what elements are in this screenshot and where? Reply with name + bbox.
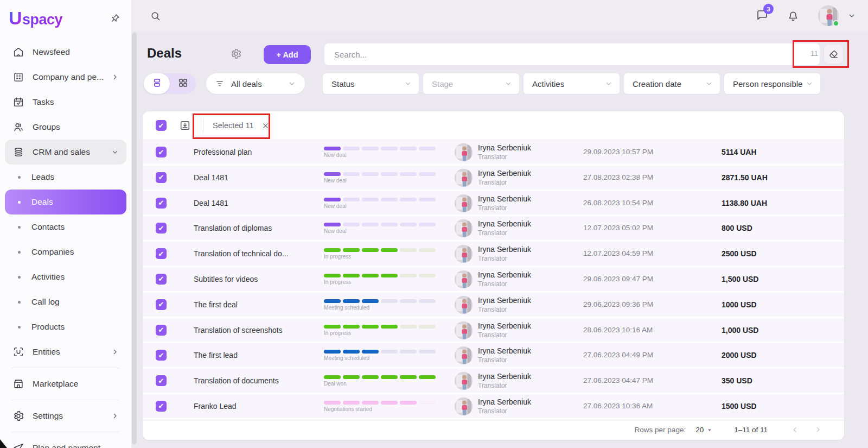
deals-settings-gear-icon[interactable] [230,48,242,62]
deal-amount: 1138.80 UAH [722,199,767,207]
filter-dropdown-activities[interactable]: Activities [524,73,620,94]
deal-name[interactable]: The first deal [194,300,238,309]
deal-name[interactable]: Professional plan [194,148,252,156]
list-view-button[interactable] [144,73,170,94]
next-page-chevron-icon[interactable] [814,425,822,434]
caret-down-icon [706,426,713,434]
deal-name[interactable]: Translation of technical do... [194,249,289,258]
prev-page-chevron-icon[interactable] [790,425,800,434]
stage-segment [324,147,341,150]
table-row[interactable]: ✔ Deal 1481 New deal Iryna Serbeniuk Tra… [143,166,844,191]
creation-date: 12.07.2023 05:02 PM [583,224,653,232]
row-checkbox[interactable]: ✔ [156,325,167,336]
clear-selection-close-icon[interactable] [261,122,270,130]
filter-dropdown-creation-date[interactable]: Creation date [624,73,720,94]
deal-name[interactable]: Translation of diplomas [194,224,272,232]
person-name[interactable]: Iryna Serbeniuk [478,321,531,330]
stage-segment [343,375,360,379]
table-row[interactable]: ✔ Franko Lead Negotiations started Iryna… [143,394,844,420]
sidebar-scrollbar[interactable] [132,33,137,444]
deal-name[interactable]: Translation of screenshots [194,326,283,335]
row-checkbox[interactable]: ✔ [156,350,167,361]
rows-per-page-select[interactable]: 20 [695,426,713,434]
sidebar-item-entities[interactable]: Entities [5,339,126,364]
row-checkbox[interactable]: ✔ [156,274,167,285]
deal-name[interactable]: Deal 1481 [194,199,228,207]
store-icon [12,377,25,390]
person-name[interactable]: Iryna Serbeniuk [478,346,531,355]
sidebar-item-tasks[interactable]: Tasks [5,90,126,115]
deal-name[interactable]: The first lead [194,351,238,359]
sidebar-item-activities[interactable]: Activities [5,264,126,289]
row-checkbox[interactable]: ✔ [156,248,167,259]
sidebar-item-products[interactable]: Products [5,314,126,339]
row-checkbox[interactable]: ✔ [156,198,167,209]
sidebar-item-company-and-pe[interactable]: Company and pe... [5,65,126,90]
chat-icon[interactable]: 3 [755,8,768,23]
pin-sidebar-icon[interactable] [110,13,120,24]
table-row[interactable]: ✔ The first lead Meeting scheduled Iryna… [143,343,844,369]
deal-name[interactable]: Franko Lead [194,402,237,411]
person-name[interactable]: Iryna Serbeniuk [478,194,531,203]
person-name[interactable]: Iryna Serbeniuk [478,143,531,152]
deals-search-input[interactable] [324,50,820,59]
person-name[interactable]: Iryna Serbeniuk [478,219,531,228]
sidebar-item-marketplace[interactable]: Marketplace [5,371,126,396]
profile-chevron-down-icon[interactable] [847,11,856,20]
row-checkbox[interactable]: ✔ [156,147,167,157]
notifications-bell-icon[interactable] [787,9,800,22]
deal-name[interactable]: Deal 1481 [194,173,228,182]
table-row[interactable]: ✔ Translation of diplomas New deal Iryna… [143,216,844,242]
row-checkbox[interactable]: ✔ [156,375,167,386]
row-checkbox[interactable]: ✔ [156,401,167,412]
filter-dropdown-person-responsible[interactable]: Person responsible [724,73,820,94]
sidebar-item-groups[interactable]: Groups [5,115,126,140]
grid-view-button[interactable] [170,73,196,94]
table-row[interactable]: ✔ Translation of screenshots In progress… [143,318,844,344]
sidebar-item-deals[interactable]: Deals [5,190,126,214]
filter-dropdown-stage[interactable]: Stage [423,73,519,94]
table-row[interactable]: ✔ Professional plan New deal Iryna Serbe… [143,140,844,166]
person-name[interactable]: Iryna Serbeniuk [478,245,531,254]
person-name[interactable]: Iryna Serbeniuk [478,372,531,381]
sidebar-item-companies[interactable]: Companies [5,239,126,264]
stage-segment [400,198,417,201]
chevron-down-icon [705,79,713,88]
stage-segment [381,299,398,303]
sidebar-item-crm-and-sales[interactable]: CRM and sales [5,140,126,165]
deal-name[interactable]: Translation of documents [194,376,279,385]
table-row[interactable]: ✔ The first deal Meeting scheduled Iryna… [143,293,844,318]
person-name[interactable]: Iryna Serbeniuk [478,296,531,305]
global-search-icon[interactable] [150,10,161,22]
export-icon[interactable] [179,119,191,131]
clear-search-eraser-button[interactable] [824,44,844,64]
sidebar-item-leads[interactable]: Leads [5,165,126,190]
table-row[interactable]: ✔ Translation of documents Deal won Iryn… [143,369,844,394]
select-all-checkbox[interactable]: ✔ [156,120,167,131]
deal-name[interactable]: Subtitles for videos [194,275,258,283]
user-avatar[interactable] [818,5,839,26]
sidebar-item-newsfeed[interactable]: Newsfeed [5,40,126,65]
bullet-dot [18,226,21,229]
person-name[interactable]: Iryna Serbeniuk [478,169,531,178]
person-name[interactable]: Iryna Serbeniuk [478,270,531,279]
sidebar-item-contacts[interactable]: Contacts [5,214,126,239]
person-name[interactable]: Iryna Serbeniuk [478,397,531,406]
table-row[interactable]: ✔ Subtitles for videos In progress Iryna… [143,267,844,293]
sidebar-item-call-log[interactable]: Call log [5,289,126,314]
table-row[interactable]: ✔ Translation of technical do... In prog… [143,242,844,267]
person-avatar [455,219,473,237]
all-deals-dropdown[interactable]: All deals [206,73,305,94]
person-role: Translator [478,407,507,415]
person-avatar [455,346,473,364]
stage-label: Meeting scheduled [324,305,438,311]
row-checkbox[interactable]: ✔ [156,223,167,234]
row-checkbox[interactable]: ✔ [156,172,167,183]
table-row[interactable]: ✔ Deal 1481 New deal Iryna Serbeniuk Tra… [143,191,844,217]
sidebar-item-settings[interactable]: Settings [5,403,126,428]
stage-segment [324,299,341,303]
add-deal-button[interactable]: + Add [264,45,311,64]
filter-dropdown-status[interactable]: Status [323,73,419,94]
sidebar-item-plan-and-payment[interactable]: Plan and payment [5,436,126,448]
row-checkbox[interactable]: ✔ [156,299,167,310]
